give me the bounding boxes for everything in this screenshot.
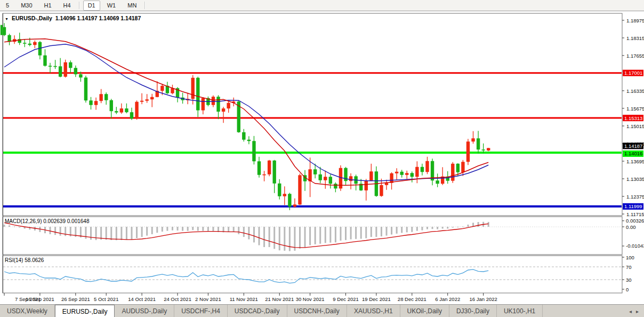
- timeframe-button-h4[interactable]: H4: [59, 1, 76, 11]
- rsi-label: RSI(14) 58.0626: [5, 257, 44, 263]
- level-badge-1.11999: 1.11999: [623, 203, 643, 210]
- svg-text:19 Dec 2021: 19 Dec 2021: [362, 296, 391, 302]
- svg-text:16 Jan 2022: 16 Jan 2022: [469, 296, 497, 302]
- svg-text:1.12375: 1.12375: [626, 194, 644, 200]
- timeframe-button-d1[interactable]: D1: [83, 1, 100, 11]
- tab-scroll-left-icon[interactable]: ◂: [629, 308, 632, 314]
- chart-tab-xauusd-h1[interactable]: XAUUSD-,H1: [347, 305, 400, 317]
- chart-tab-ukoil-daily[interactable]: UKOil-,Daily: [400, 305, 449, 317]
- svg-text:16 Sep 2021: 16 Sep 2021: [26, 296, 54, 302]
- svg-text:30: 30: [626, 277, 632, 283]
- svg-text:1.11999: 1.11999: [624, 203, 642, 209]
- timeframe-button-m30[interactable]: M30: [16, 1, 37, 11]
- svg-text:100: 100: [626, 255, 634, 260]
- svg-text:1.18315: 1.18315: [626, 35, 644, 41]
- chart-tab-eurusd-daily[interactable]: EURUSD-,Daily: [55, 305, 115, 317]
- chart-tab-usdchf-h4[interactable]: USDCHF-,H4: [174, 305, 228, 317]
- tab-scroll-right-icon[interactable]: ▸: [636, 308, 639, 314]
- svg-text:26 Sep 2021: 26 Sep 2021: [61, 296, 90, 302]
- svg-text:1.16335: 1.16335: [626, 88, 644, 94]
- date-axis: 7 Sep 202116 Sep 202126 Sep 20215 Oct 20…: [4, 293, 497, 302]
- svg-text:0.00: 0.00: [626, 224, 636, 230]
- svg-text:1.14187: 1.14187: [624, 143, 642, 149]
- svg-text:-0.010436: -0.010436: [626, 243, 644, 249]
- current-price-badge: 1.14187: [623, 142, 643, 149]
- mt4-trading-window: 5M30H1H4D1W1MN 1.189751.183151.176551.16…: [0, 0, 644, 317]
- chart-tab-bar: USDX,WeeklyEURUSD-,DailyAUDUSD-,DailyUSD…: [0, 304, 644, 317]
- svg-text:24 Oct 2021: 24 Oct 2021: [164, 296, 191, 302]
- svg-text:5 Oct 2021: 5 Oct 2021: [94, 296, 118, 302]
- svg-text:14 Oct 2021: 14 Oct 2021: [128, 296, 156, 302]
- svg-text:0.003261: 0.003261: [626, 218, 644, 224]
- svg-text:11 Nov 2021: 11 Nov 2021: [230, 296, 258, 302]
- toolbar-separator: [79, 2, 80, 9]
- svg-text:70: 70: [626, 264, 632, 270]
- toolbar-separator: [144, 2, 146, 9]
- svg-text:1.17001: 1.17001: [624, 70, 642, 76]
- level-badge-1.17001: 1.17001: [623, 70, 643, 76]
- svg-text:9 Dec 2021: 9 Dec 2021: [333, 296, 359, 302]
- timeframe-button-5[interactable]: 5: [1, 1, 14, 11]
- svg-text:2 Nov 2021: 2 Nov 2021: [195, 296, 221, 302]
- svg-text:1.13695: 1.13695: [626, 158, 644, 164]
- chart-tab-audusd-daily[interactable]: AUDUSD-,Daily: [115, 305, 174, 317]
- svg-text:1.13035: 1.13035: [626, 176, 644, 182]
- svg-text:28 Dec 2021: 28 Dec 2021: [398, 296, 426, 302]
- chart-tab-usdcad-daily[interactable]: USDCAD-,Daily: [228, 305, 287, 317]
- svg-text:30 Nov 2021: 30 Nov 2021: [296, 296, 325, 302]
- svg-text:21 Nov 2021: 21 Nov 2021: [265, 296, 294, 302]
- svg-text:0: 0: [626, 287, 629, 292]
- timeframe-button-mn[interactable]: MN: [123, 1, 141, 11]
- svg-text:6 Jan 2022: 6 Jan 2022: [435, 296, 460, 302]
- symbol-dropdown-icon: ▼: [5, 17, 9, 21]
- chart-tab-dj30-daily[interactable]: DJ30-,Daily: [449, 305, 497, 317]
- level-badge-1.14016: 1.14016: [623, 150, 643, 157]
- chart-tab-usdcnh-daily[interactable]: USDCNH-,Daily: [287, 305, 347, 317]
- level-badge-1.15313: 1.15313: [623, 115, 643, 121]
- tab-scroll-arrows: ◂▸: [624, 305, 644, 317]
- timeframe-button-h1[interactable]: H1: [39, 1, 57, 11]
- macd-label: MACD(12,26,9) 0.002639 0.001648: [5, 218, 90, 224]
- svg-text:1.17655: 1.17655: [626, 53, 644, 59]
- svg-text:1.14016: 1.14016: [624, 150, 642, 156]
- chart-tab-usdx-weekly[interactable]: USDX,Weekly: [0, 305, 55, 317]
- svg-text:1.11715: 1.11715: [626, 211, 644, 217]
- chart-title: ▼ EURUSD-,Daily 1.14096 1.14197 1.14069 …: [5, 15, 141, 21]
- svg-text:1.15675: 1.15675: [626, 106, 644, 112]
- svg-text:1.15015: 1.15015: [626, 123, 644, 129]
- svg-text:1.15313: 1.15313: [624, 115, 642, 121]
- timeframe-toolbar: 5M30H1H4D1W1MN: [0, 0, 644, 11]
- svg-text:EURUSD-,Daily 1.14096 1.14197: EURUSD-,Daily 1.14096 1.14197 1.14069 1.…: [12, 15, 141, 21]
- svg-text:1.18975: 1.18975: [626, 18, 644, 23]
- timeframe-button-w1[interactable]: W1: [102, 1, 121, 11]
- chart-tab-uk100-h1[interactable]: UK100-,H1: [497, 305, 543, 317]
- chart-area[interactable]: 1.189751.183151.176551.163351.156751.150…: [0, 11, 644, 306]
